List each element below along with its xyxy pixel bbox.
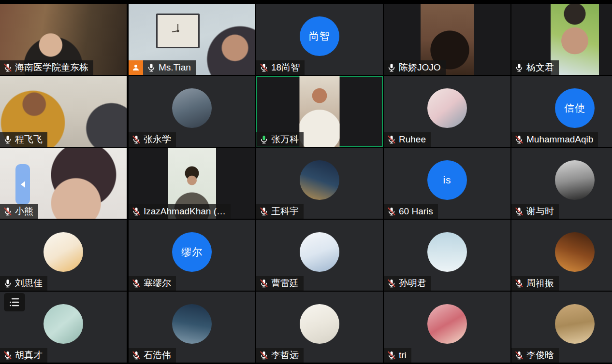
participant-name: 李哲远 (271, 349, 299, 362)
avatar (44, 304, 83, 344)
name-label: 王科宇 (256, 204, 304, 219)
participant-tile[interactable]: 张万科 (256, 76, 383, 147)
name-label: Ms.Tian (129, 60, 196, 75)
mic-on-icon (146, 63, 156, 72)
name-label: 石浩伟 (129, 348, 176, 363)
participant-tile[interactable]: 刘思佳 (0, 220, 127, 291)
avatar-initials-text: 信使 (564, 101, 585, 115)
left-arrow-icon (21, 181, 25, 188)
name-label: 李俊晗 (511, 348, 559, 363)
participant-name: 胡真才 (15, 349, 43, 362)
mic-muted-icon (387, 350, 396, 360)
participant-tile[interactable]: tri (384, 292, 510, 363)
mic-muted-icon (514, 207, 524, 216)
mic-on-icon (3, 135, 13, 144)
participant-tile[interactable]: 李俊晗 (511, 292, 612, 363)
participant-name: IzazAhmadKhan (… (144, 206, 226, 217)
participant-name: 杨文君 (526, 61, 554, 74)
avatar-initials-text: 尚智 (309, 29, 330, 43)
participant-name: 王科宇 (271, 205, 299, 218)
mic-muted-icon (3, 207, 13, 216)
participant-tile[interactable]: 胡真才 (0, 292, 127, 363)
avatar (172, 304, 212, 344)
participant-name: 18尚智 (271, 61, 300, 74)
mic-on-icon (514, 63, 524, 72)
name-label: 胡真才 (0, 348, 47, 363)
mic-muted-icon (131, 135, 141, 144)
avatar (555, 160, 595, 200)
participant-name: 谢与时 (526, 205, 554, 218)
mic-muted-icon (131, 350, 141, 360)
avatar (555, 232, 595, 272)
mic-on-icon (3, 279, 13, 288)
name-label: 孙明君 (384, 276, 431, 291)
participant-tile[interactable]: 王科宇 (256, 148, 383, 219)
participant-name: 海南医学院董东栋 (15, 61, 88, 74)
mic-muted-icon (3, 350, 13, 360)
name-label: 海南医学院董东栋 (0, 60, 93, 75)
participant-tile[interactable]: 尚智 18尚智 (256, 4, 383, 75)
name-label: 陈娇JOJO (384, 60, 446, 75)
mic-muted-icon (131, 207, 141, 216)
wall-clock (156, 14, 200, 48)
participant-name: 塞缪尔 (144, 277, 171, 290)
participant-name: 60 Haris (399, 206, 433, 217)
participant-tile[interactable]: 小熊 (0, 148, 127, 219)
avatar (300, 232, 339, 272)
participant-tile[interactable]: is 60 Haris (384, 148, 510, 219)
participant-tile[interactable]: 张永学 (129, 76, 255, 147)
name-label: IzazAhmadKhan (… (129, 204, 231, 219)
name-label: 张万科 (256, 132, 304, 147)
participant-name: 陈娇JOJO (399, 61, 441, 74)
name-label: 谢与时 (511, 204, 559, 219)
mic-muted-icon (514, 350, 524, 360)
avatar (427, 232, 467, 272)
mic-muted-icon (259, 207, 269, 216)
mic-muted-icon (387, 135, 396, 144)
participant-tile[interactable]: 陈娇JOJO (384, 4, 510, 75)
participant-tile[interactable]: 谢与时 (511, 148, 612, 219)
avatar (555, 304, 595, 344)
name-label: 张永学 (129, 132, 176, 147)
participant-name: MuhammadAqib (526, 134, 593, 145)
participant-tile[interactable]: 海南医学院董东栋 (0, 4, 127, 75)
mic-muted-icon (259, 350, 269, 360)
mic-muted-icon (387, 207, 396, 216)
avatar-initials-text: 缪尔 (181, 245, 203, 259)
participant-name: 周祖振 (526, 277, 554, 290)
participant-name: 孙明君 (399, 277, 426, 290)
name-label: 小熊 (0, 204, 38, 219)
mic-muted-icon (259, 279, 269, 288)
list-icon (8, 296, 21, 308)
name-label: 塞缪尔 (129, 276, 176, 291)
participant-tile[interactable]: Ms.Tian (129, 4, 255, 75)
participant-name: 石浩伟 (144, 349, 171, 362)
participant-name: Ruhee (399, 134, 426, 145)
name-label: 周祖振 (511, 276, 559, 291)
avatar (300, 160, 339, 200)
name-label: Ruhee (384, 132, 431, 147)
participant-tile[interactable]: 曹雷廷 (256, 220, 383, 291)
participant-tile[interactable]: 程飞飞 (0, 76, 127, 147)
avatar (300, 304, 339, 344)
participant-tile[interactable]: 杨文君 (511, 4, 612, 75)
name-label: 曹雷廷 (256, 276, 304, 291)
portrait-video (300, 76, 340, 147)
participant-name: 李俊晗 (526, 349, 554, 362)
participant-tile[interactable]: 缪尔 塞缪尔 (129, 220, 255, 291)
participant-tile[interactable]: 信使 MuhammadAqib (511, 76, 612, 147)
participant-tile[interactable]: 孙明君 (384, 220, 510, 291)
mic-muted-icon (3, 63, 13, 72)
video-grid: 海南医学院董东栋 Ms.Tian尚智 18尚智 陈娇JOJO 杨文君 程飞飞 张… (0, 0, 612, 364)
participant-tile[interactable]: 李哲远 (256, 292, 383, 363)
participant-tile[interactable]: IzazAhmadKhan (… (129, 148, 255, 219)
participant-tile[interactable]: Ruhee (384, 76, 510, 147)
participant-name: tri (399, 350, 407, 361)
mic-muted-icon (131, 279, 141, 288)
avatar-initials: 信使 (555, 88, 595, 128)
participant-tile[interactable]: 周祖振 (511, 220, 612, 291)
participant-name: 张永学 (144, 133, 171, 146)
participant-tile[interactable]: 石浩伟 (129, 292, 255, 363)
prev-page-button[interactable] (15, 164, 30, 205)
participant-list-button[interactable] (4, 293, 25, 311)
